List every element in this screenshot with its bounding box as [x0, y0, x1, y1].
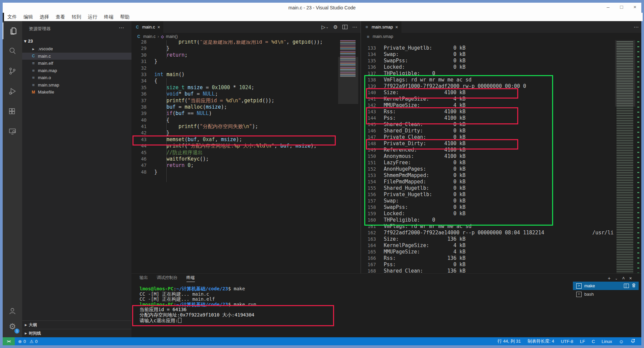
line-content: printf("当前应用id = %d\n",getpid());	[147, 98, 274, 104]
status-item[interactable]: LF	[580, 339, 585, 344]
title-bar: main.c - 23 - Visual Studio Code – □ ×	[3, 3, 641, 13]
smap-line: 159Locked: 0 kB	[361, 211, 641, 217]
file-label: main.smap	[38, 82, 59, 88]
terminal-line: 当前应用id = 64136	[140, 307, 256, 312]
file-item-main.map[interactable]: ≡main.map	[22, 67, 131, 74]
section-label: 时间线	[29, 331, 41, 336]
line-content: MMUPageSize: 4 kB	[376, 102, 466, 109]
folder-root[interactable]: ▾ 23	[24, 37, 33, 45]
line-content: Shared_Dirty: 0 kB	[376, 128, 466, 134]
maximize-icon[interactable]: □	[619, 4, 625, 10]
menu-item-帮助[interactable]: 帮助	[117, 13, 133, 21]
activity-source-control-icon[interactable]	[3, 63, 22, 79]
minimap[interactable]	[615, 36, 635, 273]
tab-label: main.smap	[372, 24, 393, 30]
line-content: return 0;	[147, 162, 194, 169]
file-item-main.c[interactable]: Cmain.c	[22, 53, 131, 60]
menu-bar: 文件编辑选择查看转到运行终端帮助	[4, 13, 643, 21]
status-item[interactable]: 行 44, 列 31	[497, 338, 521, 344]
activity-settings-icon[interactable]: ⚙1	[3, 318, 22, 335]
line-number: 149	[361, 147, 376, 153]
activity-extensions-icon[interactable]	[3, 103, 22, 120]
tab-main-c[interactable]: C main.c ×	[131, 21, 163, 33]
more-actions-icon[interactable]: ⋯	[352, 24, 357, 30]
tab-main-smap[interactable]: ≡ main.smap ×	[361, 21, 401, 33]
close-icon[interactable]: ×	[157, 24, 160, 30]
file-item-.vscode[interactable]: ▸.vscode	[22, 45, 131, 53]
code-line: 36 void* buf = NULL;	[131, 91, 361, 97]
status-item[interactable]: Linux	[602, 339, 612, 344]
line-number: 135	[361, 58, 376, 64]
line-content: Shared_Hugetlb: 0 kB	[376, 185, 466, 191]
smap-line: 1397f922a9f1000-7f922adf2000 rw-p 000000…	[361, 83, 641, 90]
menu-item-文件[interactable]: 文件	[4, 13, 20, 21]
sidebar-more-icon[interactable]: ⋯	[119, 24, 124, 31]
new-terminal-icon[interactable]: +	[608, 276, 610, 281]
vscode-window: main.c - 23 - Visual Studio Code – □ × 文…	[3, 3, 641, 345]
panel-tab-调试控制台[interactable]: 调试控制台	[157, 275, 178, 282]
code-line: 31}	[131, 58, 361, 65]
remote-indicator[interactable]: ><	[3, 337, 15, 345]
smap-line: 152AnonHugePages: 0 kB	[361, 166, 641, 172]
sidebar-section-时间线[interactable]: ▸时间线	[22, 329, 131, 337]
terminal-list-item-bash[interactable]: >bash	[573, 290, 639, 298]
code-editor-main-c[interactable]: 28 printf("这是新建应用,新建应用id = %d\n", getpid…	[131, 39, 361, 175]
menu-item-选择[interactable]: 选择	[36, 13, 52, 21]
smap-line: 149Referenced: 4100 kB	[361, 147, 641, 153]
kill-terminal-icon[interactable]	[632, 283, 636, 289]
status-item[interactable]: C	[592, 339, 595, 344]
split-terminal-icon[interactable]	[624, 284, 629, 288]
close-icon[interactable]: ×	[395, 24, 398, 30]
terminal-cursor	[178, 318, 181, 323]
file-item-main.elf[interactable]: ≡main.elf	[22, 60, 131, 67]
panel-tab-输出[interactable]: 输出	[140, 275, 148, 282]
status-item[interactable]: UTF-8	[561, 339, 573, 344]
maximize-panel-icon[interactable]: ˄	[622, 276, 625, 281]
close-panel-icon[interactable]: ×	[629, 276, 632, 281]
chevron-down-icon[interactable]: ⌄	[615, 277, 618, 280]
file-item-main.o[interactable]: ≡main.o	[22, 74, 131, 81]
chevron-right-icon: ▸	[31, 47, 36, 51]
minimap[interactable]	[338, 40, 358, 272]
line-number: 46	[131, 156, 147, 162]
bottom-panel: 输出调试控制台终端 + ⌄ ˄ × lmos@lmos-PC:~/计算机基础/c…	[131, 273, 641, 338]
line-content: AnonHugePages: 0 kB	[376, 166, 466, 172]
code-line: 45 //防止程序退出	[131, 150, 361, 156]
notifications-bell-icon[interactable]	[631, 339, 635, 344]
activity-run-debug-icon[interactable]	[3, 83, 22, 100]
activity-explorer-icon[interactable]	[3, 22, 23, 39]
file-item-main.smap[interactable]: ≡main.smap	[22, 81, 131, 89]
file-item-Makefile[interactable]: MMakefile	[22, 89, 131, 96]
terminal-output[interactable]: lmos@lmos-PC:~/计算机基础/code/23$ makeCC -[M…	[140, 286, 256, 323]
sidebar-section-大纲[interactable]: ▸大纲	[22, 321, 131, 329]
panel-tab-终端[interactable]: 终端	[186, 275, 195, 282]
line-content: Private_Hugetlb: 0 kB	[376, 191, 466, 198]
breadcrumb[interactable]: ≡ main.smap	[361, 33, 641, 40]
menu-item-终端[interactable]: 终端	[101, 13, 117, 21]
menu-item-运行[interactable]: 运行	[85, 13, 101, 21]
menu-item-编辑[interactable]: 编辑	[20, 13, 36, 21]
menu-item-查看[interactable]: 查看	[52, 13, 68, 21]
smap-line: 160THPeligible: 0	[361, 217, 641, 223]
split-editor-icon[interactable]	[342, 25, 347, 29]
chevron-right-icon: ▸	[25, 323, 27, 327]
line-number: 147	[361, 134, 376, 140]
menu-item-转到[interactable]: 转到	[68, 13, 85, 21]
activity-remote-explorer-icon[interactable]	[3, 123, 22, 140]
more-actions-icon[interactable]: ⋯	[634, 24, 639, 30]
status-item[interactable]: 制表符长度: 4	[528, 338, 554, 344]
terminal-list-item-make[interactable]: >make	[573, 282, 639, 290]
close-icon[interactable]: ×	[632, 4, 638, 10]
line-content: }	[147, 169, 157, 175]
gear-icon[interactable]: ⚙	[333, 24, 338, 30]
warnings-count[interactable]: 0	[35, 339, 38, 344]
line-number: 44	[131, 143, 147, 149]
activity-account-icon[interactable]	[3, 303, 22, 320]
feedback-icon[interactable]: ☺	[619, 339, 624, 344]
run-file-button[interactable]: ▷ ⌄	[322, 24, 329, 30]
errors-count[interactable]: 0	[23, 339, 26, 344]
breadcrumb[interactable]: C main.c › ◇ main()	[131, 33, 361, 40]
minimize-icon[interactable]: –	[605, 4, 611, 10]
code-editor-main-smap[interactable]: 133Private_Hugetlb: 0 kB134Swap: 0 kB135…	[361, 45, 641, 273]
activity-search-icon[interactable]	[3, 43, 22, 59]
